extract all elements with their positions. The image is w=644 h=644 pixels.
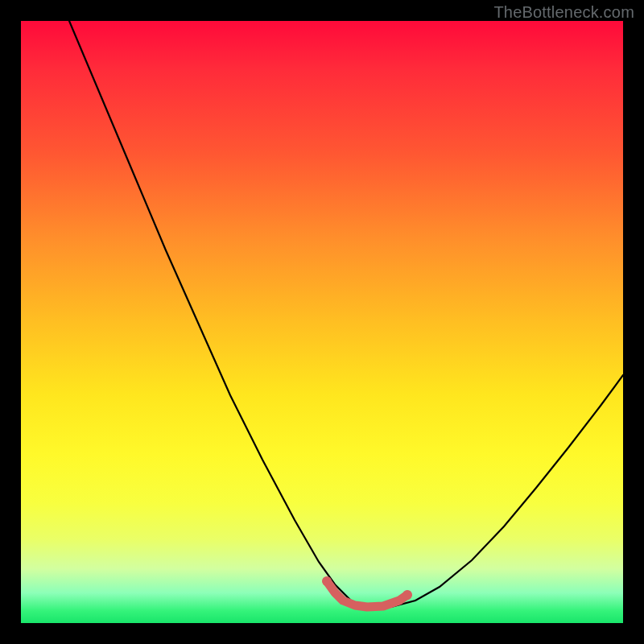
plot-area bbox=[21, 21, 623, 623]
svg-point-0 bbox=[322, 576, 332, 586]
curve-line bbox=[69, 21, 623, 607]
watermark-text: TheBottleneck.com bbox=[493, 3, 634, 22]
svg-point-1 bbox=[402, 590, 412, 600]
chart-svg bbox=[21, 21, 623, 623]
chart-frame: TheBottleneck.com bbox=[0, 0, 644, 644]
trough-highlight bbox=[322, 576, 412, 607]
